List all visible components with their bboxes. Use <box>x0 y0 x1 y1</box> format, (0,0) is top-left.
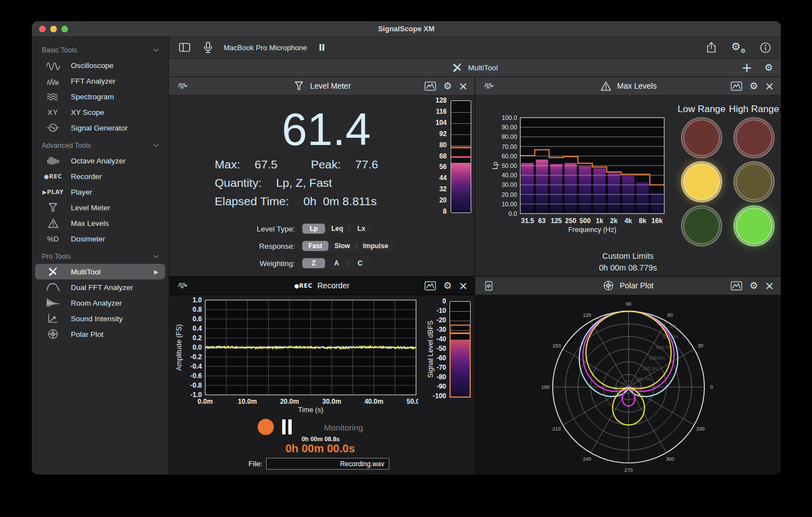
oscilloscope-icon <box>35 58 71 73</box>
share-icon[interactable] <box>705 41 718 54</box>
chart-view-button[interactable] <box>424 80 437 93</box>
signal-route-icon[interactable] <box>177 279 189 292</box>
indicator-low-range-lower <box>681 205 722 247</box>
svg-text:90: 90 <box>626 301 631 307</box>
segment-z[interactable]: Z <box>302 258 325 268</box>
file-waveform-icon[interactable] <box>483 280 495 292</box>
level-meter-scale: 820324456688092104116128 <box>418 100 447 213</box>
record-button[interactable] <box>258 419 274 435</box>
sidebar-item-signal-generator[interactable]: Signal Generator <box>35 120 165 136</box>
quantity-value: Lp, Z, Fast <box>276 176 332 189</box>
sidebar-item-label: Signal Generator <box>71 124 165 132</box>
segment-impulse[interactable]: Impulse <box>357 241 394 251</box>
sidebar-item-dosimeter[interactable]: %DDosimeter <box>35 231 165 247</box>
signal-route-icon[interactable] <box>177 80 189 92</box>
file-label: File: <box>225 460 266 468</box>
close-window-button[interactable] <box>39 26 46 32</box>
recorder-header: ●REC Recorder ⚙ × <box>169 277 475 295</box>
control-row-level-type: Level Type:LpLeqLx <box>169 223 475 235</box>
sidebar-item-room-analyzer[interactable]: Room Analyzer <box>35 295 165 311</box>
peak-label: Peak: <box>311 158 341 171</box>
multitool-settings-button[interactable]: ⚙ <box>765 63 773 73</box>
segment-lx[interactable]: Lx <box>350 224 373 234</box>
meter-tick-label: -30 <box>420 326 446 334</box>
panel-settings-button[interactable]: ⚙ <box>750 281 758 291</box>
meter-tick-label: 56 <box>418 163 447 171</box>
panel-settings-button[interactable]: ⚙ <box>443 81 452 91</box>
panel-settings-button[interactable]: ⚙ <box>750 81 758 91</box>
sidebar-item-level-meter[interactable]: Level Meter <box>35 200 165 215</box>
sidebar-item-oscilloscope[interactable]: Oscilloscope <box>35 57 165 73</box>
warning-icon <box>600 80 612 93</box>
meter-tick-label: -90 <box>420 383 446 390</box>
level-stats: Max:67.5Peak:77.6 Quantity:Lp, Z, Fast E… <box>215 155 378 210</box>
quantity-label: Quantity: <box>215 176 262 189</box>
segment-leq[interactable]: Leq <box>325 224 349 234</box>
panel-close-button[interactable]: × <box>765 80 774 91</box>
sidebar-item-max-levels[interactable]: Max Levels <box>35 215 165 231</box>
sidebar-toggle-icon[interactable] <box>178 41 191 54</box>
section-header-pro-tools[interactable]: Pro Tools <box>32 249 168 264</box>
disclosure-icon[interactable]: ▶ <box>154 269 165 275</box>
info-icon[interactable] <box>759 41 772 54</box>
sidebar-item-recorder[interactable]: ●RECRecorder <box>35 168 165 184</box>
chart-view-button[interactable] <box>730 279 743 292</box>
player-icon: ▶PLAY <box>35 189 71 195</box>
svg-text:40.0m: 40.0m <box>364 398 383 405</box>
section-header-advanced-tools[interactable]: Advanced Tools <box>32 138 168 153</box>
microphone-icon[interactable] <box>201 41 215 54</box>
zoom-window-button[interactable] <box>61 26 68 32</box>
dosimeter-icon: %D <box>35 235 71 243</box>
section-header-basic-tools[interactable]: Basic Tools <box>32 43 168 57</box>
svg-text:10.00: 10.00 <box>501 201 517 207</box>
sidebar-item-player[interactable]: ▶PLAYPlayer <box>35 184 165 200</box>
meter-mark-peak <box>451 147 471 148</box>
chevron-down-icon <box>152 252 161 261</box>
file-name-input[interactable]: Recording.wav <box>266 458 389 470</box>
input-device-name[interactable]: MacBook Pro Microphone <box>224 44 307 52</box>
svg-text:180: 180 <box>541 384 549 390</box>
sidebar-item-octave-analyzer[interactable]: Octave Analyzer <box>35 153 165 168</box>
svg-text:10.0m: 10.0m <box>238 398 257 405</box>
xy-scope-icon: XY <box>35 108 71 117</box>
settings-gears-icon[interactable]: ⚙⚙ <box>731 41 746 54</box>
sidebar-item-fft-analyzer[interactable]: FFT Analyzer <box>35 73 165 89</box>
panel-close-button[interactable]: × <box>458 80 468 91</box>
signal-level-scale: 0-10-20-30-40-50-60-70-80-90-100 <box>420 301 446 398</box>
sidebar-item-spectrogram[interactable]: Spectrogram <box>35 89 165 104</box>
polar-chart: 03060901201501802102402703003301.0833.3m… <box>534 292 723 475</box>
dual-fft-analyzer-icon <box>35 280 71 294</box>
svg-text:50.00: 50.00 <box>501 162 517 169</box>
sidebar-item-sound-intensity[interactable]: Sound Intensity <box>35 311 165 326</box>
minimize-window-button[interactable] <box>50 26 57 32</box>
sidebar-item-dual-fft-analyzer[interactable]: Dual FFT Analyzer <box>35 279 165 295</box>
segment-fast[interactable]: Fast <box>302 241 328 251</box>
pause-button[interactable] <box>282 419 292 434</box>
sidebar-item-polar-plot[interactable]: Polar Plot <box>35 326 165 342</box>
chart-view-button[interactable] <box>730 80 743 93</box>
chart-view-button[interactable] <box>424 279 437 292</box>
segmented-control-level-type: LpLeqLx <box>301 223 374 235</box>
meter-tick-label: 44 <box>418 174 447 182</box>
meter-tick-label: -100 <box>420 392 446 400</box>
sidebar-item-label: Max Levels <box>71 219 165 228</box>
titlebar: SignalScope XM <box>32 21 781 37</box>
segment-slow[interactable]: Slow <box>328 241 356 251</box>
sidebar-item-multitool[interactable]: MultiTool▶ <box>35 264 165 279</box>
control-label: Weighting: <box>169 259 301 268</box>
svg-text:63: 63 <box>538 217 546 225</box>
signal-route-icon[interactable] <box>483 80 495 92</box>
panel-settings-button[interactable]: ⚙ <box>443 281 452 291</box>
pause-input-icon[interactable] <box>316 42 327 53</box>
panel-close-button[interactable]: × <box>765 280 774 291</box>
multitool-icon <box>35 266 71 277</box>
sidebar-item-xy-scope[interactable]: XYXY Scope <box>35 104 165 120</box>
svg-text:210: 210 <box>552 426 560 432</box>
segment-lp[interactable]: Lp <box>302 224 325 234</box>
add-tool-button[interactable]: + <box>741 61 752 74</box>
panel-close-button[interactable]: × <box>458 280 468 291</box>
segment-a[interactable]: A <box>325 258 348 268</box>
max-levels-elapsed: 0h 00m 08.779s <box>475 263 781 272</box>
segment-c[interactable]: C <box>349 258 371 268</box>
indicator-high-range-middle <box>733 161 775 202</box>
